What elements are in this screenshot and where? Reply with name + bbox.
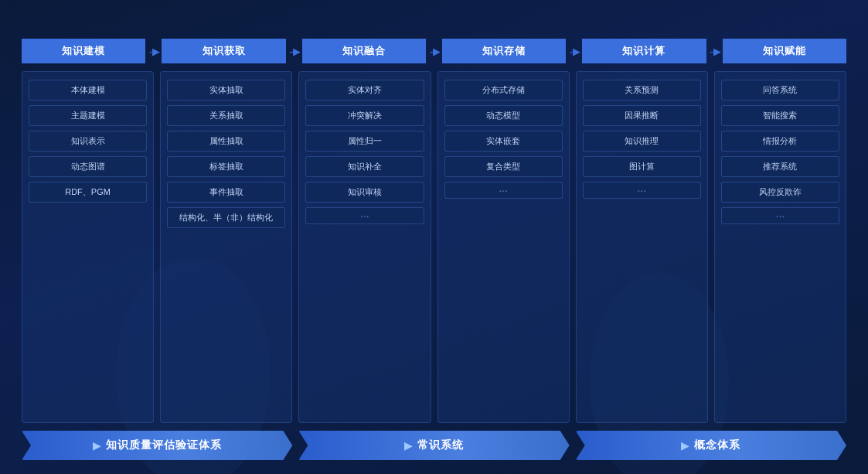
btn-arrow-icon: ▶ [681, 440, 689, 452]
cell-item: 因果推断 [583, 105, 701, 126]
column-col-enable: 问答系统智能搜索情报分析推荐系统风控反欺诈··· [714, 71, 846, 423]
btn-arrow-icon: ▶ [93, 440, 101, 452]
pipeline-arrow-icon: ···▶ [145, 46, 162, 57]
pipeline-item-know-compute: 知识计算 [582, 39, 706, 63]
pipeline-item-know-modeling: 知识建模 [22, 39, 145, 63]
cell-item: 推荐系统 [721, 156, 839, 177]
pipeline-row: 知识建模···▶知识获取···▶知识融合···▶知识存储···▶知识计算···▶… [22, 39, 846, 63]
cell-item: 复合类型 [444, 156, 563, 177]
btn-commonsense[interactable]: ▶常识系统 [298, 431, 569, 460]
cell-item: 本体建模 [29, 80, 147, 101]
content-grid: 本体建模主题建模知识表示动态图谱RDF、PGM实体抽取关系抽取属性抽取标签抽取事… [22, 71, 846, 423]
pipeline-arrow-icon: ···▶ [706, 46, 723, 57]
cell-item: 实体抽取 [167, 80, 285, 101]
cell-item: 实体对齐 [305, 80, 424, 101]
cell-item: 属性归一 [305, 131, 424, 152]
pipeline-arrow-icon: ···▶ [566, 46, 582, 57]
btn-label: 概念体系 [694, 438, 740, 452]
cell-item: ··· [305, 207, 424, 224]
btn-concept[interactable]: ▶概念体系 [576, 431, 846, 460]
cell-item: ··· [583, 182, 701, 199]
cell-item: 关系抽取 [167, 105, 285, 126]
pipeline-item-know-acquisition: 知识获取 [162, 39, 285, 63]
column-col-fusion: 实体对齐冲突解决属性归一知识补全知识审核··· [298, 71, 431, 423]
column-col-acquisition: 实体抽取关系抽取属性抽取标签抽取事件抽取结构化、半（非）结构化 [160, 71, 292, 423]
cell-item: 实体嵌套 [444, 131, 563, 152]
cell-item: 图计算 [583, 156, 701, 177]
pipeline-arrow-icon: ···▶ [426, 46, 442, 57]
pipeline-item-know-enable: 知识赋能 [723, 39, 846, 63]
cell-item: 风控反欺诈 [721, 182, 839, 203]
cell-item: 动态图谱 [29, 156, 147, 177]
cell-item: 动态模型 [444, 105, 563, 126]
btn-quality[interactable]: ▶知识质量评估验证体系 [22, 431, 292, 460]
cell-item: ··· [721, 207, 839, 224]
cell-item: 属性抽取 [167, 131, 285, 152]
column-col-storage: 分布式存储动态模型实体嵌套复合类型··· [437, 71, 570, 423]
cell-item: 知识审核 [305, 182, 424, 203]
cell-item: RDF、PGM [29, 182, 147, 203]
cell-item: 知识表示 [29, 131, 147, 152]
pipeline-item-know-fusion: 知识融合 [302, 39, 426, 63]
cell-item: 事件抽取 [167, 182, 285, 203]
pipeline-arrow-icon: ···▶ [286, 46, 302, 57]
cell-item: 分布式存储 [444, 80, 563, 101]
cell-item: 知识补全 [305, 156, 424, 177]
cell-item: 主题建模 [29, 105, 147, 126]
cell-item: 结构化、半（非）结构化 [167, 207, 285, 228]
btn-label: 常识系统 [417, 438, 464, 452]
cell-item: 问答系统 [721, 80, 839, 101]
cell-item: 知识推理 [583, 131, 701, 152]
btn-label: 知识质量评估验证体系 [106, 438, 222, 452]
cell-item: 智能搜索 [721, 105, 839, 126]
cell-item: 标签抽取 [167, 156, 285, 177]
column-col-compute: 关系预测因果推断知识推理图计算··· [576, 71, 708, 423]
cell-item: ··· [444, 182, 563, 199]
btn-arrow-icon: ▶ [404, 440, 413, 452]
pipeline-item-know-storage: 知识存储 [442, 39, 566, 63]
bottom-row: ▶知识质量评估验证体系▶常识系统▶概念体系 [22, 431, 846, 460]
cell-item: 关系预测 [583, 80, 701, 101]
cell-item: 冲突解决 [305, 105, 424, 126]
cell-item: 情报分析 [721, 131, 839, 152]
column-col-modeling: 本体建模主题建模知识表示动态图谱RDF、PGM [22, 71, 154, 423]
